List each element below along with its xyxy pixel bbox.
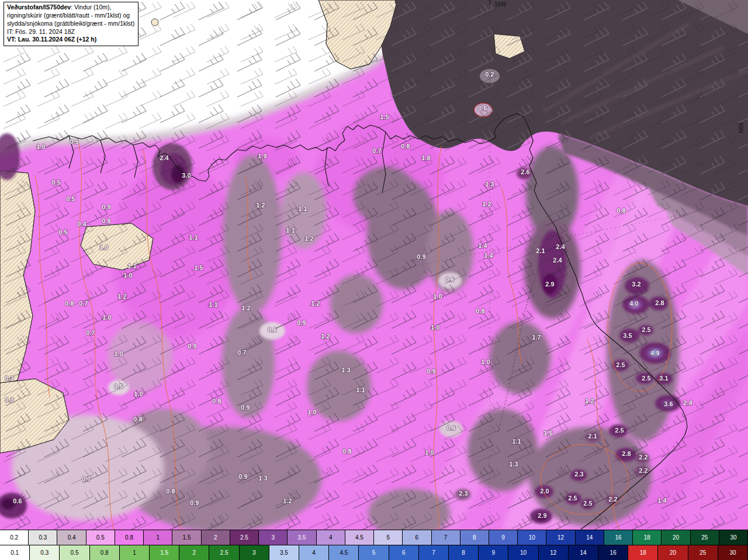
valid-time: VT: Lau. 30.11.2024 06Z (+12 h) <box>7 36 134 44</box>
precip-value-label: 2.5 <box>568 495 577 502</box>
precip-value-label: 0.8 <box>133 416 142 423</box>
scale-cell: 0.1 <box>0 545 30 560</box>
scale-cell: 10 <box>508 545 538 560</box>
precip-value-label: 0.6 <box>478 105 487 112</box>
precip-value-label: 0.9 <box>188 343 196 350</box>
scale-cell: 5 <box>359 545 389 560</box>
scale-cell: 0.3 <box>29 530 57 545</box>
scale-cell: 9 <box>489 530 518 545</box>
precip-value-label: 1.0 <box>134 390 143 397</box>
precip-value-label: 0.8 <box>476 307 484 314</box>
info-line-3: slydda/snjókoma (grátt/bleikt/grænt - mm… <box>7 20 134 28</box>
model-variable: : Vindur (10m), <box>71 4 111 11</box>
precip-value-label: 0.5 <box>66 195 75 202</box>
precip-value-label: 0.5 <box>114 383 123 390</box>
scale-cell: 20 <box>662 530 690 545</box>
precip-value-label: 1.0 <box>431 324 439 331</box>
scale-cell: 14 <box>576 530 604 545</box>
precip-value-label: 2.8 <box>655 299 664 306</box>
precip-value-label: 2.5 <box>583 500 592 507</box>
precip-value-label: 0.4 <box>77 220 86 227</box>
scale-cell: 3.5 <box>288 530 316 545</box>
precip-value-label: 2.3 <box>459 490 468 497</box>
latitude-label: N69 <box>738 122 744 133</box>
scale-cell: 3 <box>240 545 269 560</box>
precip-value-label: 1.9 <box>258 153 266 160</box>
scale-cell: 0.8 <box>115 530 144 545</box>
scale-cell: 6 <box>389 545 419 560</box>
precip-value-label: 1.2 <box>321 333 330 340</box>
precip-value-label: 1.0 <box>123 272 132 279</box>
precip-value-label: 2.4 <box>160 154 169 161</box>
colour-scales: 0.20.30.40.50.811.522.533.544.5567891012… <box>0 530 748 560</box>
precip-value-label: 0.3 <box>5 396 13 403</box>
scale-cell: 8 <box>460 530 489 545</box>
sleet-snow-scale: 0.20.30.40.50.811.522.533.544.5567891012… <box>0 530 748 545</box>
scale-cell: 4.5 <box>329 545 359 560</box>
precip-value-label: 0.5 <box>70 138 78 145</box>
precip-value-label: 4.9 <box>650 350 659 357</box>
scale-cell: 12 <box>539 545 569 560</box>
precip-value-label: 0.8 <box>401 143 410 150</box>
scale-cell: 4 <box>317 530 345 545</box>
weather-map-area: 0.20.61.51.00.52.43.01.90.70.81.82.60.50… <box>0 0 748 530</box>
precip-value-label: 0.7 <box>79 300 88 307</box>
scale-cell: 5 <box>374 530 403 545</box>
precip-value-label: 2.0 <box>540 488 549 495</box>
precip-value-label: 1.0 <box>99 244 108 251</box>
precip-value-label: 0.8 <box>617 207 625 214</box>
precip-value-label: 1.0 <box>36 143 45 150</box>
precip-value-label: 1.2 <box>256 202 265 209</box>
scale-cell: 14 <box>569 545 598 560</box>
precip-value-label: 3.1 <box>659 375 668 382</box>
precip-value-label: 3.6 <box>664 400 673 407</box>
precip-value-label: 2.3 <box>574 471 583 478</box>
precip-value-label: 0.5 <box>51 179 60 186</box>
weather-map: 0.20.61.51.00.52.43.01.90.70.81.82.60.50… <box>0 0 748 530</box>
precip-value-label: 1.2 <box>482 201 491 208</box>
precip-value-label: 1.4 <box>657 497 667 504</box>
scale-cell: 25 <box>688 545 718 560</box>
precip-value-label: 0.9 <box>190 499 199 506</box>
precip-value-label: 2.5 <box>642 326 650 333</box>
precip-value-label: 0.7 <box>86 329 95 336</box>
precip-value-label: 1.5 <box>543 430 552 437</box>
precip-value-label: 2.1 <box>588 433 597 440</box>
info-line-2: rigning/skúrir (grænt/blátt/rautt - mm/1… <box>7 12 134 20</box>
scale-cell: 6 <box>403 530 431 545</box>
precip-value-label: 2.9 <box>545 281 554 288</box>
scale-cell: 10 <box>518 530 546 545</box>
precip-value-label: 0.6 <box>13 497 22 504</box>
precip-value-label: 1.3 <box>341 367 350 374</box>
precip-value-label: 0.8 <box>342 448 351 455</box>
scale-cell: 12 <box>546 530 575 545</box>
scale-cell: 2.5 <box>230 530 259 545</box>
precip-value-label: 0.7 <box>82 475 91 482</box>
precip-value-label: 1.1 <box>356 386 365 393</box>
scale-cell: 1 <box>144 530 172 545</box>
wind-barb-field-2 <box>0 0 748 530</box>
precip-value-label: 2.4 <box>556 243 565 250</box>
precip-value-label: 1.1 <box>189 234 198 241</box>
scale-cell: 0.3 <box>30 545 60 560</box>
scale-cell: 0.5 <box>86 530 115 545</box>
scale-cell: 1.5 <box>172 530 201 545</box>
scale-cell: 30 <box>719 530 748 545</box>
precip-value-label: 1.0 <box>307 409 316 416</box>
precip-value-label: 0.6 <box>445 276 454 283</box>
precip-value-label: 2.5 <box>616 361 625 368</box>
precip-value-label: 1.2 <box>311 300 320 307</box>
precip-value-label: 1.1 <box>286 227 295 234</box>
scale-cell: 1.5 <box>150 545 179 560</box>
precip-value-label: 3.2 <box>632 281 640 288</box>
precip-value-label: 1.8 <box>421 154 430 161</box>
precip-value-label: 1.0 <box>114 350 123 357</box>
precip-value-label: 0.6 <box>268 326 276 333</box>
precip-value-label: 2.2 <box>608 496 617 503</box>
precip-value-label: 0.8 <box>65 300 74 307</box>
precip-value-label: 2.2 <box>639 454 647 461</box>
precip-value-label: 0.9 <box>102 203 110 210</box>
precip-value-label: 0.9 <box>417 253 425 260</box>
precip-value-label: 0.9 <box>297 319 306 326</box>
precip-value-label: 1.1 <box>298 205 307 212</box>
